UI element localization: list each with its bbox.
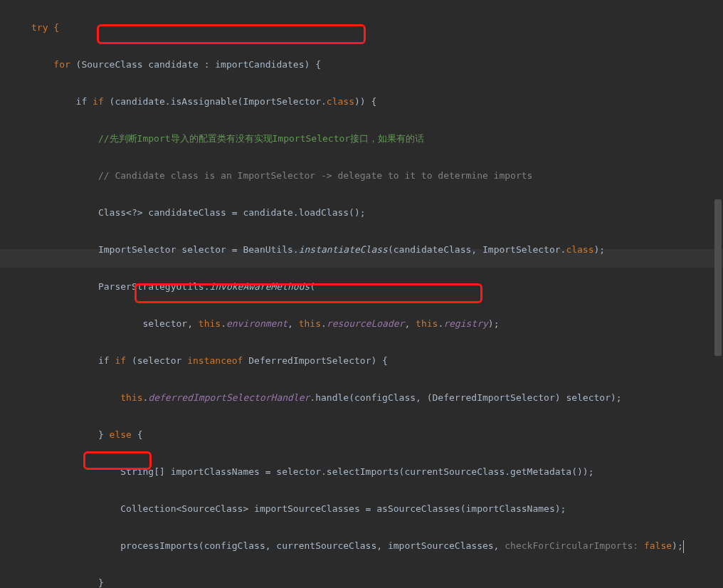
text-cursor bbox=[683, 540, 684, 553]
code-line: ParserStrategyUtils.invokeAwareMethods( bbox=[31, 278, 723, 296]
code-line: for (SourceClass candidate : importCandi… bbox=[31, 56, 723, 74]
code-line: } bbox=[31, 574, 723, 588]
code-editor[interactable]: try { for (SourceClass candidate : impor… bbox=[0, 0, 723, 588]
code-line: processImports(configClass, currentSourc… bbox=[31, 537, 723, 555]
code-line: this.deferredImportSelectorHandler.handl… bbox=[31, 389, 723, 407]
code-line: if if (selector instanceof DeferredImpor… bbox=[31, 352, 723, 370]
vertical-scrollbar[interactable] bbox=[714, 0, 722, 588]
code-line: ImportSelector selector = BeanUtils.inst… bbox=[31, 241, 723, 259]
code-line: Class<?> candidateClass = candidate.load… bbox=[31, 204, 723, 222]
code-line: if if (candidate.isAssignable(ImportSele… bbox=[31, 93, 723, 111]
code-line: Collection<SourceClass> importSourceClas… bbox=[31, 500, 723, 518]
code-line: try { bbox=[31, 19, 723, 37]
code-line: selector, this.environment, this.resourc… bbox=[31, 315, 723, 333]
code-line: // Candidate class is an ImportSelector … bbox=[31, 167, 723, 185]
vertical-scrollbar-thumb[interactable] bbox=[714, 199, 722, 356]
code-line: String[] importClassNames = selector.sel… bbox=[31, 463, 723, 481]
code-line: } else { bbox=[31, 426, 723, 444]
code-line: //先判断Import导入的配置类有没有实现ImportSelector接口，如… bbox=[31, 130, 723, 148]
